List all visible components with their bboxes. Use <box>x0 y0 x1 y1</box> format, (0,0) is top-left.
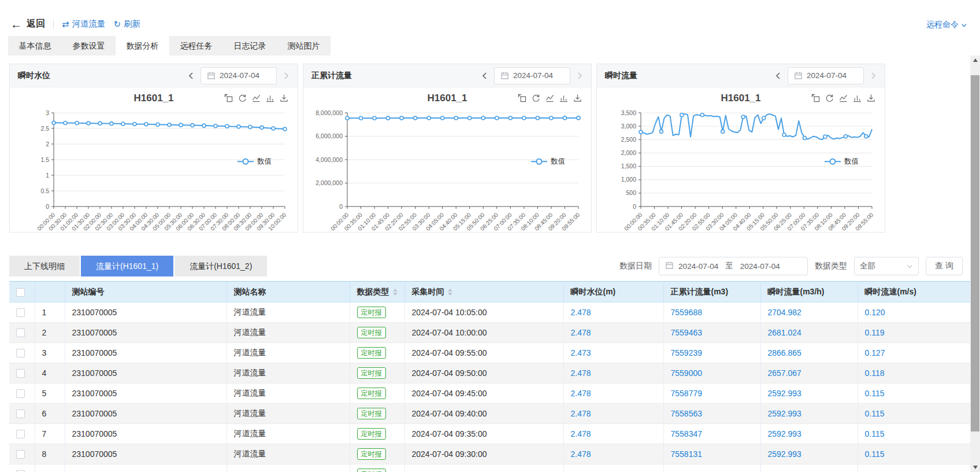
water-level-value-link[interactable]: 2.478 <box>571 389 591 398</box>
water-level-value-link[interactable]: 2.478 <box>571 368 591 378</box>
list-tab-2[interactable]: 流量计(H1601_2) <box>175 256 267 276</box>
instant-flow-value[interactable]: 2592.993 <box>760 404 858 424</box>
scrollbar-thumb[interactable] <box>971 75 979 432</box>
water-level-value-link[interactable]: 2.478 <box>571 328 591 337</box>
velocity-value[interactable]: 0.118 <box>858 363 971 384</box>
velocity-value[interactable]: 0.115 <box>858 444 971 464</box>
instant-flow-value-link[interactable]: 2657.067 <box>768 368 801 378</box>
sort-icon[interactable] <box>393 289 398 296</box>
cumulative-flow-value[interactable]: 7559463 <box>663 323 760 343</box>
velocity-value[interactable]: 0.119 <box>858 323 971 343</box>
water-level-value-link[interactable]: 2.478 <box>571 308 591 317</box>
next-day-icon[interactable] <box>575 71 584 80</box>
row-checkbox[interactable] <box>16 369 25 378</box>
cumulative-flow-value-link[interactable]: 7559239 <box>671 348 703 357</box>
velocity-value[interactable]: 0.127 <box>858 343 971 363</box>
instant-flow-value[interactable]: 2592.993 <box>760 444 858 464</box>
list-tab-1[interactable]: 流量计(H1601_1) <box>81 256 173 276</box>
water-level-value[interactable]: 2.478 <box>563 303 663 323</box>
toolbox-datazoom-icon[interactable] <box>811 94 820 102</box>
toolbox-line-chart-icon[interactable] <box>252 94 261 102</box>
next-day-icon[interactable] <box>281 71 291 80</box>
toolbox-restore-icon[interactable] <box>825 94 834 102</box>
instant-flow-value-link[interactable]: 2866.865 <box>768 348 801 357</box>
scrollbar-up-arrow[interactable] <box>970 56 980 65</box>
date-range-picker[interactable]: 2024-07-04 至 2024-07-04 <box>659 257 808 275</box>
cumulative-flow-value-link[interactable]: 7559000 <box>671 368 703 378</box>
row-checkbox[interactable] <box>16 430 25 438</box>
velocity-value[interactable]: 0.115 <box>858 384 971 404</box>
water-level-value[interactable]: 2.473 <box>563 343 663 363</box>
toolbox-restore-icon[interactable] <box>532 94 540 102</box>
toolbox-restore-icon[interactable] <box>238 94 247 102</box>
water-level-value-link[interactable]: 2.478 <box>571 449 591 459</box>
panel-date-picker[interactable]: 2024-07-04 <box>494 67 570 84</box>
toolbox-download-icon[interactable] <box>280 94 288 102</box>
velocity-value-link[interactable]: 0.119 <box>865 328 885 337</box>
cumulative-flow-value-link[interactable]: 7558563 <box>671 409 703 418</box>
instant-flow-value[interactable]: 2681.024 <box>760 323 858 343</box>
tab-main-5[interactable]: 测站图片 <box>277 36 331 56</box>
row-checkbox[interactable] <box>16 349 25 357</box>
water-level-value-link[interactable]: 2.478 <box>571 429 591 438</box>
tab-main-1[interactable]: 参数设置 <box>62 36 116 56</box>
instant-flow-value[interactable]: 2592.993 <box>760 424 858 444</box>
refresh-button[interactable]: ↻ 刷新 <box>114 19 141 30</box>
tab-main-2[interactable]: 数据分析 <box>116 36 169 56</box>
velocity-value-link[interactable]: 0.115 <box>865 449 885 459</box>
instant-flow-value[interactable]: 2704.982 <box>760 303 858 323</box>
velocity-value-link[interactable]: 0.115 <box>865 409 885 418</box>
instant-flow-value-link[interactable]: 2681.024 <box>768 328 801 337</box>
instant-flow-value-link[interactable]: 2592.993 <box>768 409 801 418</box>
cumulative-flow-value-link[interactable]: 7559688 <box>671 308 703 317</box>
instant-flow-value-link[interactable]: 2592.993 <box>768 389 801 398</box>
velocity-value-link[interactable]: 0.118 <box>865 368 885 378</box>
scrollbar-down-arrow[interactable] <box>970 463 980 472</box>
velocity-value[interactable]: 0.120 <box>858 303 971 323</box>
search-button[interactable]: 查 询 <box>926 257 963 275</box>
instant-flow-value[interactable]: 2657.067 <box>760 363 858 384</box>
panel-date-picker[interactable]: 2024-07-04 <box>788 67 864 84</box>
prev-day-icon[interactable] <box>187 71 196 80</box>
row-checkbox[interactable] <box>16 450 25 459</box>
cumulative-flow-value-link[interactable]: 7558347 <box>671 429 703 438</box>
instant-flow-value-link[interactable]: 2704.982 <box>768 308 801 317</box>
toolbox-bar-chart-icon[interactable] <box>266 94 274 102</box>
velocity-value-link[interactable]: 0.115 <box>865 389 885 398</box>
list-tab-0[interactable]: 上下线明细 <box>9 256 80 276</box>
velocity-value-link[interactable]: 0.127 <box>865 348 885 357</box>
cumulative-flow-value[interactable]: 7558779 <box>663 384 760 404</box>
cumulative-flow-value[interactable]: 7559239 <box>663 343 760 363</box>
instant-flow-value-link[interactable]: 2592.993 <box>768 429 801 438</box>
toolbox-datazoom-icon[interactable] <box>518 94 526 102</box>
toolbox-datazoom-icon[interactable] <box>224 94 233 102</box>
water-level-value[interactable]: 2.478 <box>563 323 663 343</box>
prev-day-icon[interactable] <box>774 71 783 80</box>
panel-date-picker[interactable]: 2024-07-04 <box>201 67 277 84</box>
water-level-value-link[interactable]: 2.473 <box>571 348 591 357</box>
water-level-value[interactable]: 2.478 <box>563 384 663 404</box>
water-level-value[interactable]: 2.478 <box>563 444 663 464</box>
back-button[interactable]: ← 返回 <box>10 18 45 30</box>
select-all-checkbox[interactable] <box>16 288 25 297</box>
cumulative-flow-value-link[interactable]: 7558131 <box>671 449 703 459</box>
velocity-value-link[interactable]: 0.120 <box>865 308 885 317</box>
cumulative-flow-value[interactable]: 7558563 <box>663 404 760 424</box>
row-checkbox[interactable] <box>16 389 25 398</box>
data-type-select[interactable]: 全部 <box>854 257 919 275</box>
row-checkbox[interactable] <box>16 329 25 337</box>
cumulative-flow-value[interactable]: 7558347 <box>663 424 760 444</box>
instant-flow-value[interactable]: 2592.993 <box>760 384 858 404</box>
toolbox-line-chart-icon[interactable] <box>839 94 848 102</box>
water-level-value[interactable]: 2.478 <box>563 404 663 424</box>
prev-day-icon[interactable] <box>480 71 489 80</box>
toolbox-download-icon[interactable] <box>573 94 582 102</box>
row-checkbox[interactable] <box>16 410 25 418</box>
toolbox-line-chart-icon[interactable] <box>545 94 554 102</box>
cumulative-flow-value[interactable]: 7559000 <box>663 363 760 384</box>
cumulative-flow-value[interactable]: 7558131 <box>663 444 760 464</box>
cumulative-flow-value-link[interactable]: 7559463 <box>671 328 703 337</box>
row-checkbox[interactable] <box>16 308 25 317</box>
cumulative-flow-value-link[interactable]: 7558779 <box>671 389 703 398</box>
velocity-value-link[interactable]: 0.115 <box>865 429 885 438</box>
